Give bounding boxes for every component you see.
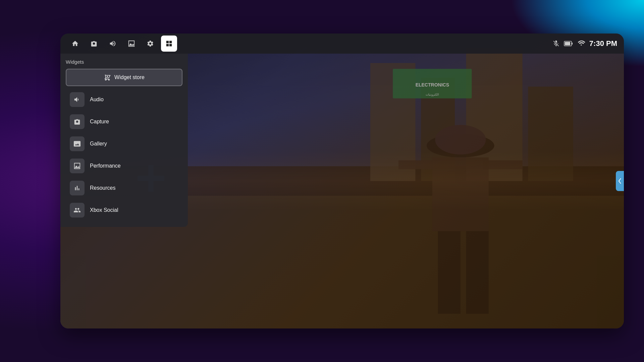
xbox-social-icon (73, 206, 81, 214)
widget-item-gallery[interactable]: Gallery (66, 133, 182, 155)
gallery-icon-box (70, 136, 85, 151)
widget-capture-label: Capture (90, 119, 109, 125)
status-bar: 7:30 PM (552, 39, 617, 48)
widget-item-capture[interactable]: Capture (66, 111, 182, 132)
xbox-social-icon-box (70, 203, 85, 218)
home-icon (71, 40, 79, 47)
audio-icon-box (70, 92, 85, 107)
nav-icons-group (67, 36, 177, 52)
chart-icon (128, 40, 135, 47)
nav-capture-button[interactable] (86, 36, 102, 52)
widget-performance-label: Performance (90, 163, 121, 169)
widgets-panel-title: Widgets (66, 59, 182, 65)
capture-icon-box (70, 114, 85, 129)
nav-audio-button[interactable] (105, 36, 121, 52)
nav-gallery-button[interactable] (123, 36, 140, 52)
svg-text:ELECTRONICS: ELECTRONICS (416, 82, 449, 87)
nav-settings-button[interactable] (142, 36, 158, 52)
mute-icon (552, 40, 560, 47)
resources-icon-box (70, 181, 85, 195)
widget-xbox-social-label: Xbox Social (90, 207, 118, 213)
svg-point-24 (75, 142, 76, 143)
widget-item-audio[interactable]: Audio (66, 89, 182, 110)
gallery-icon (73, 140, 81, 147)
speaker-icon (109, 40, 116, 47)
widgets-icon (165, 40, 173, 47)
wifi-icon (577, 40, 585, 47)
resources-icon (73, 184, 81, 192)
top-nav-bar: 7:30 PM (60, 34, 624, 54)
svg-text:الكترونيات: الكترونيات (426, 93, 439, 97)
widget-gallery-label: Gallery (90, 141, 107, 147)
time-display: 7:30 PM (589, 39, 617, 48)
svg-rect-12 (438, 231, 461, 314)
widget-item-xbox-social[interactable]: Xbox Social (66, 199, 182, 221)
widget-store-label: Widget store (114, 74, 145, 80)
performance-icon (73, 162, 81, 170)
svg-rect-22 (572, 43, 573, 45)
widget-resources-label: Resources (90, 185, 115, 191)
audio-icon (73, 96, 81, 103)
nav-widgets-button[interactable] (161, 36, 177, 52)
device-container: ELECTRONICS الكترونيات (60, 34, 624, 328)
store-icon (104, 74, 111, 81)
capture-icon (73, 118, 81, 125)
chevron-left-icon (618, 178, 622, 184)
svg-rect-21 (565, 42, 570, 45)
widget-item-resources[interactable]: Resources (66, 177, 182, 199)
widget-item-performance[interactable]: Performance (66, 155, 182, 177)
pull-tab[interactable] (616, 171, 624, 191)
widgets-panel: Widgets Widget store Audio (60, 54, 188, 227)
battery-icon (564, 40, 573, 47)
svg-point-16 (435, 125, 486, 155)
svg-rect-13 (466, 231, 489, 314)
performance-icon-box (70, 159, 85, 173)
svg-point-23 (581, 45, 582, 46)
widget-store-button[interactable]: Widget store (66, 69, 182, 86)
widget-audio-label: Audio (90, 97, 104, 103)
nav-home-button[interactable] (67, 36, 83, 52)
gear-icon (147, 40, 154, 47)
camera-icon (90, 40, 98, 47)
